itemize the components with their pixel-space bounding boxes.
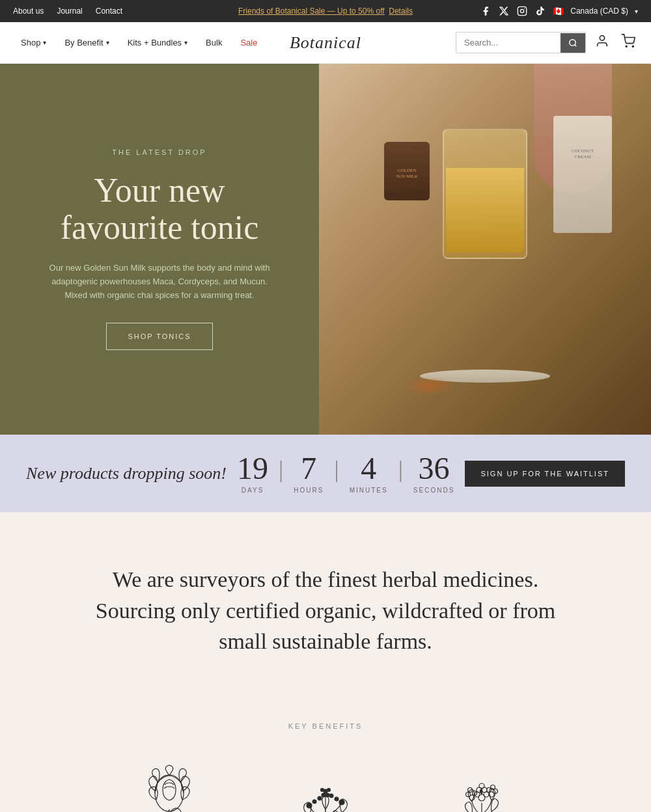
search-bar [456,32,586,53]
facebook-icon[interactable] [480,5,492,17]
cart-icon [621,34,635,48]
region-chevron-icon[interactable]: ▾ [635,8,638,15]
svg-point-1 [521,9,524,12]
benefits-section: KEY BENEFITS [0,709,651,812]
site-logo[interactable]: Botanical [290,33,361,53]
svg-point-13 [335,797,339,801]
herb-illustration [280,756,371,812]
seconds-value: 36 [419,453,450,484]
search-button[interactable] [561,33,585,53]
cart-button[interactable] [618,31,638,54]
hours-label: HOURS [294,487,324,494]
svg-point-25 [479,783,484,789]
minutes-unit: 4 MINUTES [350,453,388,494]
svg-point-16 [326,793,329,797]
svg-point-5 [600,36,604,40]
separator-3: | [398,455,403,483]
nav-right-controls [456,31,638,54]
minutes-value: 4 [361,453,376,484]
days-label: DAYS [242,487,264,494]
flower-illustration [436,756,527,812]
twitter-x-icon[interactable] [498,5,510,17]
rose-illustration [124,756,215,812]
hero-section: THE LATEST DROP Your new favourite tonic… [0,64,651,435]
svg-point-7 [632,46,633,47]
svg-point-18 [321,789,324,792]
account-button[interactable] [592,31,612,54]
instagram-icon[interactable] [516,5,528,17]
hero-subtitle: THE LATEST DROP [112,148,206,156]
shop-chevron-icon: ▾ [43,39,46,46]
nav-secondary-links: About us Journal Contact [13,7,122,16]
svg-point-15 [322,793,326,797]
benefits-label: KEY BENEFITS [26,722,625,730]
shop-tonics-button[interactable]: SHOP TONICS [106,323,212,350]
hero-content: THE LATEST DROP Your new favourite tonic… [0,64,319,435]
separator-2: | [334,455,339,483]
hours-unit: 7 HOURS [294,453,324,494]
search-input[interactable] [456,33,561,53]
seconds-label: SECONDS [413,487,454,494]
seconds-unit: 36 SECONDS [413,453,454,494]
benefit-item-herb [267,756,384,812]
promo-text: Friends of Botanical Sale — Up to 50% of… [238,7,385,16]
announcement-bar: About us Journal Contact Friends of Bota… [0,0,651,22]
svg-line-4 [575,44,577,46]
svg-point-19 [327,789,331,792]
hero-image: GOLDENSUN MILK COCONUTCREAM [319,64,651,435]
user-icon [595,34,609,48]
social-region-bar: 🇨🇦 Canada (CAD $) ▾ [480,5,638,17]
region-flag: 🇨🇦 [553,6,564,16]
countdown-headline: New products dropping soon! [26,464,227,483]
days-unit: 19 DAYS [237,453,268,494]
svg-point-10 [312,800,316,804]
svg-point-11 [318,796,322,800]
promo-details-link[interactable]: Details [389,7,413,16]
waitlist-button[interactable]: SIGN UP FOR THE WAITLIST [465,461,625,487]
nav-shop[interactable]: Shop ▾ [13,33,54,53]
hours-value: 7 [301,453,316,484]
by-benefit-chevron-icon: ▾ [106,39,109,46]
nav-by-benefit[interactable]: By Benefit ▾ [57,33,117,53]
main-nav: Shop ▾ By Benefit ▾ Kits + Bundles ▾ Bul… [0,22,651,64]
kits-chevron-icon: ▾ [184,39,187,46]
svg-point-6 [626,46,627,47]
nav-left-links: Shop ▾ By Benefit ▾ Kits + Bundles ▾ Bul… [13,33,265,53]
svg-point-14 [329,794,333,798]
contact-link[interactable]: Contact [96,7,122,16]
svg-rect-0 [518,7,527,15]
minutes-label: MINUTES [350,487,388,494]
countdown-timer: 19 DAYS | 7 HOURS | 4 MINUTES | 36 SECON… [237,453,454,494]
about-us-link[interactable]: About us [13,7,44,16]
search-icon [568,38,577,47]
region-selector[interactable]: Canada (CAD $) [570,7,628,16]
tiktok-icon[interactable] [534,5,546,17]
separator-1: | [279,455,283,483]
benefit-item-flower [423,756,540,812]
svg-point-3 [570,39,575,45]
journal-link[interactable]: Journal [57,7,82,16]
hero-description: Our new Golden Sun Milk supports the bod… [49,262,270,302]
days-value: 19 [237,453,268,484]
countdown-section: New products dropping soon! 19 DAYS | 7 … [0,435,651,512]
promo-banner: Friends of Botanical Sale — Up to 50% of… [238,7,413,16]
hero-title: Your new favourite tonic [33,172,286,246]
nav-bulk[interactable]: Bulk [198,33,230,53]
svg-point-2 [524,8,525,9]
mission-text: We are surveyors of the finest herbal me… [91,564,560,657]
nav-kits-bundles[interactable]: Kits + Bundles ▾ [120,33,195,53]
mission-section: We are surveyors of the finest herbal me… [0,512,651,709]
nav-sale[interactable]: Sale [232,33,265,53]
benefit-item-rose [111,756,228,812]
benefits-grid [26,756,625,812]
